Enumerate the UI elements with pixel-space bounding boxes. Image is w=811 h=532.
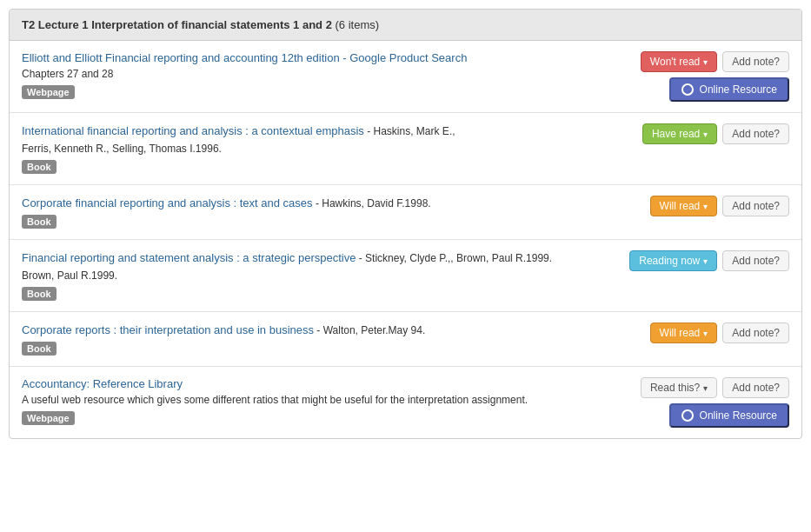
- status-button-item5[interactable]: Will read ▾: [650, 323, 718, 343]
- item-left-item5: Corporate reports : their interpretation…: [22, 323, 598, 356]
- caret-icon: ▾: [703, 57, 708, 67]
- list-item: Corporate reports : their interpretation…: [10, 312, 801, 367]
- item-title-item1[interactable]: Elliott and Elliott Financial reporting …: [22, 51, 467, 64]
- item-left-item2: International financial reporting and an…: [22, 123, 598, 174]
- item-badge-item5: Book: [22, 342, 57, 356]
- item-badge-item4: Book: [22, 287, 57, 301]
- status-button-item1[interactable]: Won't read ▾: [641, 51, 717, 72]
- item-right-item6: Read this? ▾Add note? Online Resource: [607, 377, 789, 428]
- item-title-item2[interactable]: International financial reporting and an…: [22, 124, 364, 137]
- item-title-line-item3: Corporate financial reporting and analys…: [22, 196, 598, 211]
- item-title-item3[interactable]: Corporate financial reporting and analys…: [22, 196, 313, 209]
- list-item: Corporate financial reporting and analys…: [10, 185, 801, 240]
- item-btn-row-item5: Will read ▾Add note?: [650, 323, 789, 343]
- item-title-line-item5: Corporate reports : their interpretation…: [22, 323, 598, 338]
- item-right-item1: Won't read ▾Add note? Online Resource: [607, 51, 789, 102]
- item-badge-item6: Webpage: [22, 411, 75, 425]
- item-btn-row-item3: Will read ▾Add note?: [650, 196, 789, 216]
- add-note-button-item5[interactable]: Add note?: [722, 323, 789, 343]
- list-item: Elliott and Elliott Financial reporting …: [10, 41, 801, 113]
- add-note-button-item2[interactable]: Add note?: [722, 123, 789, 144]
- online-resource-button-item6[interactable]: Online Resource: [669, 403, 789, 428]
- items-list: Elliott and Elliott Financial reporting …: [10, 41, 801, 438]
- caret-icon: ▾: [703, 130, 708, 139]
- item-badge-item1: Webpage: [22, 85, 75, 99]
- item-left-item6: Accountancy: Reference LibraryA useful w…: [22, 377, 598, 425]
- item-subtitle2-item4: Brown, Paul R.1999.: [22, 268, 598, 283]
- item-subtitle-inline-item2: - Haskins, Mark E.,: [364, 125, 455, 137]
- item-subtitle-inline-item4: - Stickney, Clyde P.,, Brown, Paul R.199…: [356, 252, 552, 264]
- add-note-button-item4[interactable]: Add note?: [722, 250, 789, 271]
- item-subtitle2-item2: Ferris, Kenneth R., Selling, Thomas I.19…: [22, 141, 598, 156]
- item-subtitle-item1: Chapters 27 and 28: [22, 66, 598, 82]
- reading-list-header: T2 Lecture 1 Interpretation of financial…: [10, 10, 801, 41]
- caret-icon: ▾: [703, 383, 708, 393]
- header-title-bold: T2 Lecture 1 Interpretation of financial…: [22, 18, 332, 31]
- item-btn-row-item6: Read this? ▾Add note?: [641, 377, 789, 398]
- caret-icon: ▾: [703, 202, 708, 211]
- item-left-item1: Elliott and Elliott Financial reporting …: [22, 51, 598, 99]
- item-right-item3: Will read ▾Add note?: [607, 196, 789, 216]
- item-badge-item2: Book: [22, 160, 57, 174]
- item-badge-item3: Book: [22, 215, 57, 229]
- online-resource-button-item1[interactable]: Online Resource: [669, 77, 789, 102]
- caret-icon: ▾: [703, 256, 708, 266]
- list-item: Accountancy: Reference LibraryA useful w…: [10, 367, 801, 438]
- status-button-item3[interactable]: Will read ▾: [650, 196, 718, 216]
- item-left-item4: Financial reporting and statement analys…: [22, 250, 598, 301]
- item-subtitle-inline-item3: - Hawkins, David F.1998.: [313, 197, 431, 209]
- caret-icon: ▾: [703, 329, 708, 338]
- item-btn-row-item2: Have read ▾Add note?: [642, 123, 789, 144]
- item-title-item5[interactable]: Corporate reports : their interpretation…: [22, 323, 314, 336]
- status-button-item2[interactable]: Have read ▾: [642, 123, 717, 144]
- item-title-line-item4: Financial reporting and statement analys…: [22, 250, 598, 266]
- add-note-button-item6[interactable]: Add note?: [722, 377, 789, 398]
- header-title-count: (6 items): [336, 18, 380, 31]
- add-note-button-item1[interactable]: Add note?: [722, 51, 789, 72]
- item-subtitle-inline-item5: - Walton, Peter.May 94.: [314, 324, 425, 336]
- item-right-item5: Will read ▾Add note?: [607, 323, 789, 343]
- item-title-line-item2: International financial reporting and an…: [22, 123, 598, 139]
- status-button-item4[interactable]: Reading now ▾: [629, 250, 717, 271]
- item-subtitle-item6: A useful web resource which gives some d…: [22, 392, 598, 408]
- item-left-item3: Corporate financial reporting and analys…: [22, 196, 598, 229]
- globe-icon: [681, 409, 694, 422]
- add-note-button-item3[interactable]: Add note?: [722, 196, 789, 216]
- status-button-item6[interactable]: Read this? ▾: [641, 377, 717, 398]
- item-btn-row-item4: Reading now ▾Add note?: [629, 250, 789, 271]
- item-right-item2: Have read ▾Add note?: [607, 123, 789, 144]
- list-item: Financial reporting and statement analys…: [10, 240, 801, 312]
- globe-icon: [681, 83, 694, 96]
- item-btn-row-item1: Won't read ▾Add note?: [641, 51, 789, 72]
- item-right-item4: Reading now ▾Add note?: [607, 250, 789, 271]
- list-item: International financial reporting and an…: [10, 113, 801, 185]
- item-title-item6[interactable]: Accountancy: Reference Library: [22, 377, 183, 390]
- item-title-item4[interactable]: Financial reporting and statement analys…: [22, 251, 356, 264]
- reading-list-container: T2 Lecture 1 Interpretation of financial…: [9, 9, 802, 439]
